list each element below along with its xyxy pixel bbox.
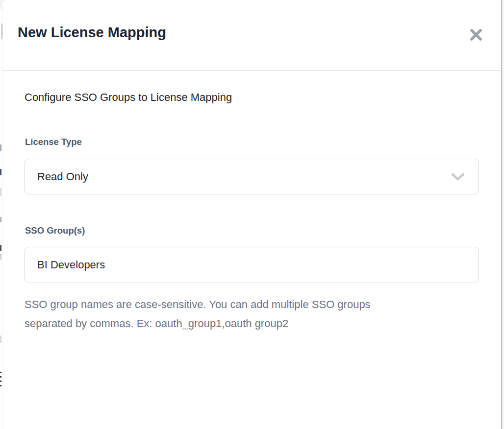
new-license-mapping-dialog: New License Mapping Configure SSO Groups… <box>2 0 501 429</box>
license-type-select[interactable]: Read Only <box>25 159 479 194</box>
background-page-fragment <box>0 254 1 260</box>
menu-icon-fragment <box>0 385 1 386</box>
close-icon <box>469 27 483 42</box>
menu-icon-fragment <box>0 376 1 378</box>
menu-icon-fragment <box>0 372 1 373</box>
background-page-fragment <box>0 144 1 151</box>
sso-groups-label: SSO Group(s) <box>25 225 85 236</box>
menu-icon-fragment <box>0 381 1 382</box>
sso-groups-input[interactable] <box>25 247 479 283</box>
sso-groups-helper-text: SSO group names are case-sensitive. You … <box>25 295 371 333</box>
background-page-edge <box>502 0 504 429</box>
helper-line-1: SSO group names are case-sensitive. You … <box>25 295 371 314</box>
background-page-fragment <box>0 217 1 222</box>
screen: New License Mapping Configure SSO Groups… <box>0 0 504 429</box>
background-page-fragment <box>0 245 1 251</box>
helper-line-2: separated by commas. Ex: oauth_group1,oa… <box>25 314 371 333</box>
header-divider <box>2 70 501 71</box>
dialog-subtitle: Configure SSO Groups to License Mapping <box>25 91 232 104</box>
background-page-fragment <box>0 335 1 343</box>
chevron-down-icon <box>451 173 465 181</box>
background-page-fragment <box>0 169 1 175</box>
dialog-title: New License Mapping <box>18 24 166 41</box>
license-type-label: License Type <box>25 137 82 147</box>
license-type-selected-value: Read Only <box>37 170 88 183</box>
close-button[interactable] <box>467 25 485 44</box>
background-page-fragment <box>0 188 1 196</box>
